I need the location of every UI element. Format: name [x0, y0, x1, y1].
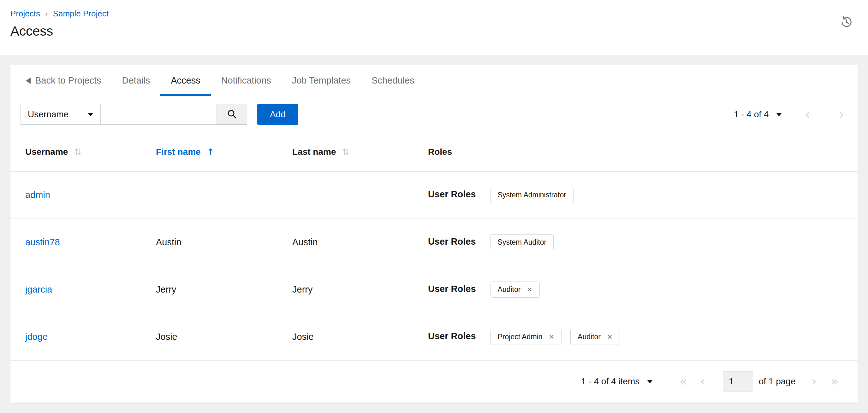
last-page-icon[interactable]: »	[831, 375, 839, 388]
first-name-cell	[156, 171, 292, 218]
user-roles-label: User Roles	[428, 284, 476, 294]
last-name-cell: Jerry	[292, 266, 428, 313]
tab-notifications[interactable]: Notifications	[211, 65, 282, 96]
remove-role-icon[interactable]: ✕	[527, 286, 532, 293]
chevron-down-icon	[776, 113, 782, 116]
role-chip-label: System Auditor	[498, 238, 547, 246]
pagination-range-dropdown[interactable]: 1 - 4 of 4	[734, 109, 782, 119]
sort-both-icon[interactable]: ⇅	[74, 147, 82, 157]
column-header-username[interactable]: Username⇅	[10, 133, 156, 171]
search-button[interactable]	[217, 104, 247, 125]
role-chips: Project Admin ✕ Auditor ✕	[491, 329, 620, 345]
toolbar: Username Add 1 - 4 of 4	[10, 96, 858, 133]
role-chip: System Administrator	[491, 187, 574, 203]
breadcrumb-sample-project-link[interactable]: Sample Project	[53, 9, 108, 19]
role-chip: Auditor ✕	[570, 329, 620, 345]
breadcrumb-projects-link[interactable]: Projects	[10, 9, 40, 19]
sort-both-icon[interactable]: ⇅	[342, 147, 350, 157]
table-row: jdoge Josie Josie User Roles Project Adm…	[10, 313, 858, 360]
username-link[interactable]: jgarcia	[25, 284, 52, 295]
table-row: austin78 Austin Austin User Roles System…	[10, 218, 858, 266]
role-chip: Auditor ✕	[491, 281, 540, 298]
last-name-cell	[292, 171, 428, 218]
column-header-first-name[interactable]: First name↑	[156, 133, 292, 171]
column-header-first-name-label: First name	[156, 147, 201, 157]
access-table: Username⇅ First name↑ Last name⇅ Roles	[10, 133, 858, 361]
history-button[interactable]	[840, 16, 853, 28]
current-page-input[interactable]	[723, 371, 753, 391]
of-pages-label: of 1 page	[759, 376, 796, 386]
page-header: Projects › Sample Project Access	[0, 0, 868, 55]
role-chip: Project Admin ✕	[491, 329, 562, 345]
role-chips: Auditor ✕	[491, 281, 540, 298]
breadcrumb-separator-icon: ›	[45, 9, 48, 19]
role-chips: System Auditor	[491, 234, 554, 250]
chevron-down-icon	[88, 113, 93, 116]
user-roles-label: User Roles	[428, 236, 476, 246]
tab-access[interactable]: Access	[160, 65, 211, 96]
table-row: admin User Roles System Administrator	[10, 171, 858, 218]
role-chip-label: Auditor	[498, 285, 521, 294]
tab-back-label: Back to Projects	[35, 75, 101, 86]
prev-page-icon[interactable]: ‹	[700, 375, 706, 388]
filter-key-dropdown[interactable]: Username	[21, 104, 101, 125]
role-chip-label: System Administrator	[498, 191, 566, 199]
prev-page-icon[interactable]: ‹	[805, 108, 810, 121]
access-card: Back to Projects Details Access Notifica…	[10, 65, 858, 403]
column-header-last-name-label: Last name	[292, 147, 336, 157]
username-link[interactable]: jdoge	[25, 332, 48, 342]
filter-key-value: Username	[28, 109, 68, 119]
first-page-icon[interactable]: «	[679, 375, 687, 388]
first-name-cell: Austin	[156, 218, 292, 266]
next-page-icon[interactable]: ›	[839, 108, 844, 121]
user-roles-label: User Roles	[428, 331, 476, 341]
last-name-cell: Josie	[292, 313, 428, 360]
table-header-row: Username⇅ First name↑ Last name⇅ Roles	[10, 133, 858, 171]
role-chip-label: Project Admin	[498, 333, 542, 341]
column-header-roles-label: Roles	[428, 147, 452, 157]
items-summary-label: 1 - 4 of 4 items	[581, 376, 640, 386]
last-name-cell: Austin	[292, 218, 428, 266]
search-icon	[227, 109, 237, 121]
content-area: Back to Projects Details Access Notifica…	[0, 55, 868, 403]
column-header-username-label: Username	[25, 147, 68, 157]
chevron-down-icon	[647, 380, 653, 383]
tab-back-to-projects[interactable]: Back to Projects	[16, 65, 112, 96]
footer-pagination: 1 - 4 of 4 items « ‹ of 1 page › »	[10, 361, 858, 403]
username-link[interactable]: austin78	[25, 237, 60, 247]
tab-schedules[interactable]: Schedules	[361, 65, 425, 96]
pagination-range-label: 1 - 4 of 4	[734, 109, 769, 119]
breadcrumb: Projects › Sample Project	[10, 9, 854, 19]
user-roles-label: User Roles	[428, 189, 476, 199]
tab-job-templates[interactable]: Job Templates	[282, 65, 361, 96]
remove-role-icon[interactable]: ✕	[607, 334, 613, 340]
table-row: jgarcia Jerry Jerry User Roles Auditor ✕	[10, 266, 858, 313]
history-icon	[840, 25, 853, 29]
column-header-last-name[interactable]: Last name⇅	[292, 133, 428, 171]
add-button[interactable]: Add	[257, 104, 298, 125]
items-per-page-dropdown[interactable]: 1 - 4 of 4 items	[581, 376, 653, 386]
sort-asc-icon[interactable]: ↑	[207, 147, 214, 157]
first-name-cell: Jerry	[156, 266, 292, 313]
first-name-cell: Josie	[156, 313, 292, 360]
column-header-roles: Roles	[428, 133, 858, 171]
page-title: Access	[10, 24, 854, 39]
remove-role-icon[interactable]: ✕	[549, 334, 554, 340]
role-chips: System Administrator	[491, 187, 574, 203]
role-chip: System Auditor	[491, 234, 554, 250]
toolbar-pagination: 1 - 4 of 4 ‹ ›	[734, 108, 844, 121]
tab-details[interactable]: Details	[112, 65, 161, 96]
username-link[interactable]: admin	[25, 190, 50, 200]
back-chevron-icon	[26, 77, 31, 84]
search-input[interactable]	[101, 104, 217, 125]
next-page-icon[interactable]: ›	[811, 375, 817, 388]
role-chip-label: Auditor	[578, 333, 601, 341]
search-filter-group: Username	[21, 104, 247, 125]
tab-bar: Back to Projects Details Access Notifica…	[10, 65, 858, 96]
